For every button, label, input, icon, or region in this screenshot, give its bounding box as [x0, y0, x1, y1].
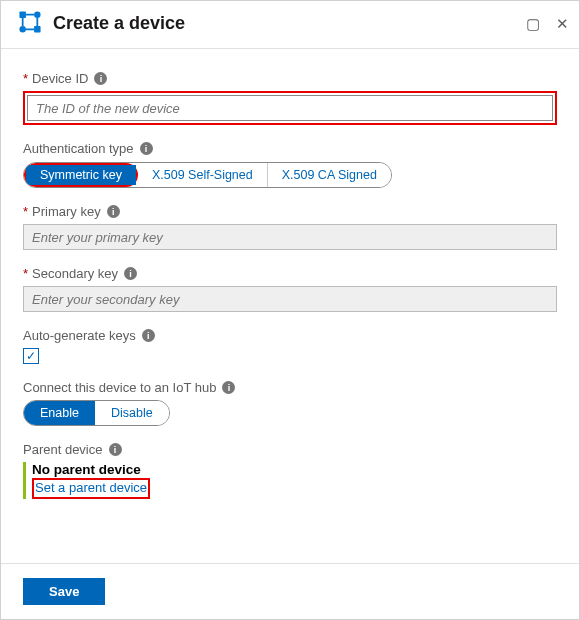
auth-type-highlight: Symmetric key: [24, 163, 138, 187]
auto-generate-label: Auto-generate keys: [23, 328, 136, 343]
svg-rect-3: [34, 26, 41, 33]
primary-key-field: * Primary key i: [23, 204, 557, 250]
auth-type-label: Authentication type: [23, 141, 134, 156]
device-id-label: Device ID: [32, 71, 88, 86]
dialog-header: Create a device ▢ ✕: [1, 1, 579, 49]
connect-hub-disable[interactable]: Disable: [95, 401, 169, 425]
dialog-footer: Save: [1, 563, 579, 619]
info-icon[interactable]: i: [124, 267, 137, 280]
auth-type-x509-self[interactable]: X.509 Self-Signed: [138, 163, 268, 187]
connect-hub-field: Connect this device to an IoT hub i Enab…: [23, 380, 557, 426]
auth-type-symmetric[interactable]: Symmetric key: [26, 165, 136, 185]
save-button[interactable]: Save: [23, 578, 105, 605]
device-id-field: * Device ID i: [23, 71, 557, 125]
svg-rect-0: [19, 11, 26, 18]
svg-point-1: [34, 11, 41, 18]
required-marker: *: [23, 71, 28, 86]
svg-point-2: [19, 26, 26, 33]
auto-generate-field: Auto-generate keys i ✓: [23, 328, 557, 364]
auth-type-selector: Symmetric key X.509 Self-Signed X.509 CA…: [23, 162, 392, 188]
secondary-key-field: * Secondary key i: [23, 266, 557, 312]
close-icon[interactable]: ✕: [556, 16, 569, 31]
info-icon[interactable]: i: [222, 381, 235, 394]
auth-type-field: Authentication type i Symmetric key X.50…: [23, 141, 557, 188]
parent-device-label: Parent device: [23, 442, 103, 457]
parent-device-link-highlight: Set a parent device: [32, 478, 150, 499]
parent-device-field: Parent device i No parent device Set a p…: [23, 442, 557, 499]
info-icon[interactable]: i: [109, 443, 122, 456]
parent-device-block: No parent device Set a parent device: [23, 462, 557, 499]
info-icon[interactable]: i: [94, 72, 107, 85]
dialog-title: Create a device: [53, 13, 185, 34]
auto-generate-checkbox[interactable]: ✓: [23, 348, 39, 364]
parent-device-status: No parent device: [32, 462, 557, 477]
maximize-icon[interactable]: ▢: [526, 16, 540, 31]
auth-type-x509-ca[interactable]: X.509 CA Signed: [268, 163, 391, 187]
device-id-input[interactable]: [27, 95, 553, 121]
info-icon[interactable]: i: [142, 329, 155, 342]
info-icon[interactable]: i: [140, 142, 153, 155]
set-parent-device-link[interactable]: Set a parent device: [35, 480, 147, 495]
connect-hub-label: Connect this device to an IoT hub: [23, 380, 216, 395]
device-id-highlight: [23, 91, 557, 125]
connect-hub-enable[interactable]: Enable: [24, 401, 95, 425]
device-icon: [17, 9, 43, 38]
secondary-key-label: Secondary key: [32, 266, 118, 281]
primary-key-label: Primary key: [32, 204, 101, 219]
info-icon[interactable]: i: [107, 205, 120, 218]
secondary-key-input[interactable]: [23, 286, 557, 312]
primary-key-input[interactable]: [23, 224, 557, 250]
dialog-content: * Device ID i Authentication type i Symm…: [1, 49, 579, 499]
connect-hub-toggle: Enable Disable: [23, 400, 170, 426]
required-marker: *: [23, 204, 28, 219]
required-marker: *: [23, 266, 28, 281]
